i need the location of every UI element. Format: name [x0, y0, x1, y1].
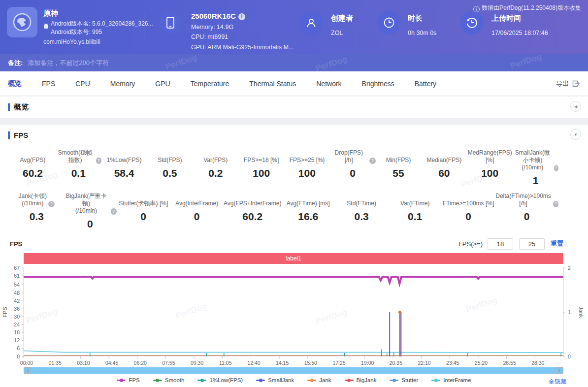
- stat-label: Min(FPS): [376, 149, 422, 164]
- help-icon[interactable]: ?: [111, 208, 117, 215]
- stat-cell: Avg(InterFrame)0: [170, 193, 223, 230]
- tab-memory[interactable]: Memory: [110, 80, 135, 88]
- svg-text:25:20: 25:20: [475, 360, 488, 366]
- stat-value: 55: [376, 167, 422, 179]
- legend-marker-icon: [307, 378, 316, 382]
- legend-item-bigjank[interactable]: BigJank: [345, 377, 377, 383]
- stat-label: Avg(FTime) [ms]: [281, 193, 334, 207]
- app-version-name: Android版本名: 5.6.0_32604286_326...: [51, 20, 153, 28]
- stat-label: Delta(FTime)>100ms [/h]?: [495, 193, 558, 207]
- svg-text:42: 42: [14, 298, 20, 304]
- tab-概览[interactable]: 概览: [8, 79, 22, 88]
- reset-button[interactable]: 重置: [551, 239, 563, 248]
- legend-marker-icon: [256, 378, 265, 382]
- collect-version-note: i数据由PerfDog(11.2.250408)版本收集: [473, 4, 581, 12]
- stat-cell: SmallJank(微小卡顿) (/10min)?1: [513, 149, 558, 187]
- app-name: 原神: [43, 9, 58, 18]
- stat-cell: Std(FTime)0.3: [335, 193, 388, 230]
- svg-text:07:55: 07:55: [162, 360, 175, 366]
- tab-gpu[interactable]: GPU: [155, 80, 170, 88]
- scrollbar-left-handle[interactable]: [24, 367, 31, 374]
- stat-value: 100: [284, 167, 330, 179]
- scrollbar-right-handle[interactable]: [556, 367, 563, 374]
- stat-value: 0.1: [56, 167, 101, 179]
- help-icon[interactable]: ?: [48, 201, 55, 207]
- stat-value: 0.1: [388, 211, 441, 223]
- upload-time-history-icon: [460, 11, 484, 34]
- stat-cell: FTime>=100ms [%]0: [442, 193, 495, 230]
- help-icon[interactable]: ?: [554, 165, 558, 171]
- svg-text:00:00: 00:00: [20, 360, 33, 366]
- stat-value: 0: [63, 218, 116, 230]
- creator-person-icon: [299, 11, 323, 34]
- header-divider: [144, 12, 144, 42]
- stat-value: 60.2: [10, 167, 56, 179]
- stat-label: Var(FPS): [193, 149, 238, 164]
- stat-cell: MedRange(FPS)[%]100: [467, 149, 513, 187]
- tab-brightness[interactable]: Brightness: [362, 80, 394, 88]
- stat-cell: Std(FPS)0.5: [147, 149, 193, 187]
- stat-label: FPS>=25 [%]: [284, 149, 330, 164]
- stat-label: FPS>=18 [%]: [238, 149, 284, 164]
- legend-item-fps[interactable]: FPS: [117, 377, 139, 383]
- stat-cell: Var(FPS)0.2: [193, 149, 238, 187]
- svg-text:54: 54: [14, 282, 20, 288]
- legend-item-interframe[interactable]: InterFrame: [431, 377, 471, 383]
- tab-battery[interactable]: Battery: [415, 80, 436, 88]
- device-cpu: CPU: mt6991: [191, 33, 228, 40]
- svg-text:15:50: 15:50: [304, 360, 317, 366]
- fps-line-chart[interactable]: 061218243036424854616701200:0001:3503:10…: [0, 265, 588, 366]
- stat-cell: Avg(FTime) [ms]16.6: [281, 193, 334, 230]
- export-button[interactable]: 导出: [556, 79, 580, 88]
- tab-temperature[interactable]: Temperature: [191, 80, 229, 88]
- fps-threshold-input-2[interactable]: [519, 238, 545, 250]
- upload-time-label: 上传时间: [491, 14, 521, 23]
- legend-marker-icon: [345, 378, 354, 382]
- legend-item-smooth[interactable]: Smooth: [153, 377, 185, 383]
- svg-text:03:10: 03:10: [77, 360, 90, 366]
- tab-fps[interactable]: FPS: [42, 80, 55, 88]
- stat-cell: Var(FTime)0.1: [388, 193, 441, 230]
- legend-item-1-low-fps-[interactable]: 1%Low(FPS): [197, 377, 243, 383]
- creator-value: ZOL: [331, 30, 343, 36]
- stat-cell: Drop(FPS) [/h]?0: [330, 149, 376, 187]
- tab-cpu[interactable]: CPU: [75, 80, 90, 88]
- svg-text:FPS: FPS: [2, 307, 8, 317]
- android-robot-icon: [43, 23, 49, 32]
- help-icon[interactable]: ?: [553, 201, 558, 207]
- fps-threshold-input-1[interactable]: [488, 238, 513, 250]
- tab-network[interactable]: Network: [316, 80, 341, 88]
- app-version-block: Android版本名: 5.6.0_32604286_326... Androi…: [51, 20, 153, 36]
- stat-cell: FPS>=18 [%]100: [238, 149, 284, 187]
- stat-label: FTime>=100ms [%]: [442, 193, 495, 207]
- fps-stats-row-2: Jank(卡顿) (/10min)?0.3BigJank(严重卡顿) (/10m…: [0, 193, 588, 230]
- stat-label: BigJank(严重卡顿) (/10min)?: [63, 193, 116, 215]
- stat-label: Stutter(卡顿率) [%]: [117, 193, 170, 207]
- tab-thermal-status[interactable]: Thermal Status: [249, 80, 296, 88]
- device-info-icon[interactable]: i: [238, 13, 245, 20]
- fps-collapse-button[interactable]: ▼: [570, 129, 581, 140]
- svg-text:30: 30: [14, 314, 20, 320]
- remark-input-placeholder[interactable]: 添加备注，不超过200个字符: [28, 59, 588, 67]
- remark-label: 备注:: [8, 59, 23, 67]
- help-icon[interactable]: ?: [96, 158, 101, 164]
- svg-text:36: 36: [14, 306, 20, 312]
- legend-item-smalljank[interactable]: SmallJank: [256, 377, 294, 383]
- chart-range-scrollbar[interactable]: [24, 367, 563, 374]
- svg-text:17:25: 17:25: [332, 360, 345, 366]
- duration-label: 时长: [408, 14, 423, 23]
- overview-collapse-button[interactable]: ◀: [570, 101, 581, 112]
- fps-threshold-label: FPS(>=): [458, 240, 483, 248]
- remark-bar[interactable]: 备注: 添加备注，不超过200个字符 PerfDog PerfDog PerfD…: [0, 54, 588, 71]
- legend-item-stutter[interactable]: Stutter: [390, 377, 418, 383]
- app-version-code: Android版本号: 995: [51, 28, 153, 36]
- svg-text:22:10: 22:10: [418, 360, 430, 366]
- tab-bar: 概览FPSCPUMemoryGPUTemperatureThermal Stat…: [0, 71, 588, 96]
- help-icon[interactable]: ?: [369, 158, 376, 164]
- hide-all-button[interactable]: 全隐藏: [549, 378, 566, 386]
- svg-text:12: 12: [14, 337, 20, 343]
- app-logo-wolf-icon: [7, 7, 37, 37]
- legend-item-jank[interactable]: Jank: [307, 377, 331, 383]
- svg-text:11:05: 11:05: [219, 360, 232, 366]
- stat-label: SmallJank(微小卡顿) (/10min)?: [513, 149, 558, 171]
